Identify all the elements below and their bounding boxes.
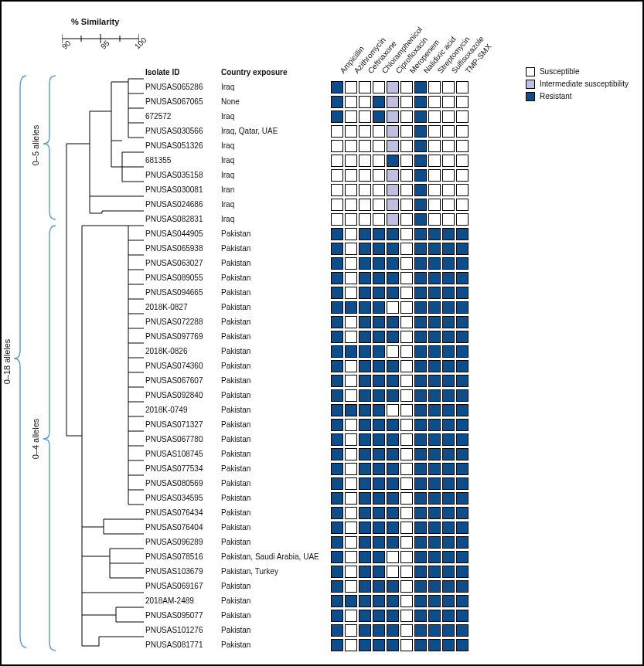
isolate-id: PNUSAS092840 [145, 391, 221, 399]
table-row: PNUSAS071327Pakistan [145, 417, 515, 432]
heatmap-cell [400, 448, 413, 460]
heatmap-cell [414, 566, 427, 578]
heatmap-cells [331, 228, 469, 240]
heatmap-cells [331, 477, 469, 490]
heatmap-cell [345, 243, 357, 255]
heatmap-cell [428, 243, 441, 255]
heatmap-cell [400, 360, 413, 372]
heatmap-cells [331, 272, 469, 284]
heatmap-cell [387, 140, 399, 152]
heatmap-cell [428, 140, 441, 152]
legend-swatch-resistant [526, 92, 535, 101]
heatmap-cell [400, 301, 413, 314]
heatmap-cell [359, 184, 371, 196]
heatmap-cell [345, 345, 357, 358]
heatmap-cells [331, 96, 469, 108]
heatmap-cell [373, 404, 385, 416]
heatmap-cells [331, 243, 469, 255]
heatmap-cell [442, 624, 455, 637]
country-exposure: Iraq [221, 200, 329, 209]
heatmap-cell [400, 287, 413, 299]
heatmap-cell [414, 96, 427, 108]
heatmap-cell [345, 566, 357, 578]
country-exposure: Pakistan [221, 406, 329, 414]
heatmap-cell [387, 331, 399, 343]
heatmap-cell [400, 316, 413, 328]
heatmap-cell [359, 463, 371, 475]
heatmap-cell [331, 243, 343, 255]
country-exposure: Iraq [221, 112, 329, 121]
heatmap-cell [331, 331, 343, 343]
heatmap-cell [331, 522, 343, 534]
heatmap-cell [442, 566, 455, 578]
heatmap-cell [331, 477, 343, 490]
isolate-id: PNUSAS067607 [145, 376, 221, 385]
country-exposure: Iraq [221, 156, 329, 165]
heatmap-cell [400, 81, 413, 93]
heatmap-cell [414, 243, 427, 255]
isolate-id: PNUSAS069167 [145, 582, 221, 590]
heatmap-cells [331, 331, 469, 343]
heatmap-cell [456, 228, 469, 240]
country-exposure: Pakistan [221, 479, 329, 488]
isolate-id: PNUSAS101276 [145, 626, 221, 634]
table-row: 2018K-0827Pakistan [145, 300, 515, 314]
heatmap-cell [373, 199, 385, 211]
heatmap-cell [428, 639, 441, 651]
heatmap-cell [456, 404, 469, 416]
heatmap-cell [456, 389, 469, 402]
heatmap-cell [428, 610, 441, 622]
heatmap-cell [414, 125, 427, 138]
heatmap-cell [359, 228, 371, 240]
table-row: PNUSAS077534Pakistan [145, 461, 515, 476]
heatmap-cell [442, 610, 455, 622]
heatmap-cells [331, 301, 469, 314]
heatmap-cell [345, 96, 357, 108]
heatmap-cells [331, 624, 469, 637]
heatmap-cell [428, 287, 441, 299]
isolate-id: PNUSAS030081 [145, 185, 221, 194]
table-row: PNUSAS078516Pakistan, Saudi Arabia, UAE [145, 549, 515, 564]
heatmap-cell [387, 492, 399, 505]
heatmap-cell [442, 375, 455, 387]
heatmap-cell [373, 375, 385, 387]
heatmap-cell [442, 169, 455, 182]
heatmap-cells [331, 580, 469, 593]
heatmap-cell [387, 610, 399, 622]
country-exposure: Pakistan [221, 420, 329, 429]
heatmap-cell [331, 492, 343, 505]
heatmap-cell [331, 419, 343, 431]
heatmap-cell [331, 624, 343, 637]
heatmap-cell [414, 140, 427, 152]
heatmap-cell [359, 96, 371, 108]
heatmap-cell [373, 213, 385, 226]
heatmap-cell [456, 243, 469, 255]
heatmap-cell [456, 257, 469, 270]
heatmap-cell [428, 551, 441, 563]
heatmap-cells [331, 566, 469, 578]
heatmap-cell [373, 81, 385, 93]
heatmap-cell [387, 213, 399, 226]
heatmap-cell [373, 243, 385, 255]
heatmap-cell [345, 536, 357, 549]
heatmap-cell [373, 272, 385, 284]
isolate-id: PNUSAS072288 [145, 318, 221, 326]
heatmap-cell [387, 257, 399, 270]
heatmap-cell [456, 522, 469, 534]
heatmap-cell [414, 184, 427, 196]
heatmap-cell [359, 580, 371, 593]
heatmap-cell [373, 639, 385, 651]
heatmap-cell [387, 419, 399, 431]
table-row: PNUSAS096289Pakistan [145, 535, 515, 549]
heatmap-cell [442, 228, 455, 240]
heatmap-cell [359, 110, 371, 123]
heatmap-cell [414, 331, 427, 343]
heatmap-cell [373, 433, 385, 446]
heatmap-cell [373, 624, 385, 637]
heatmap-cell [456, 595, 469, 607]
heatmap-cell [331, 96, 343, 108]
heatmap-cell [442, 96, 455, 108]
heatmap-cell [331, 448, 343, 460]
heatmap-cell [456, 639, 469, 651]
heatmap-cell [428, 155, 441, 167]
